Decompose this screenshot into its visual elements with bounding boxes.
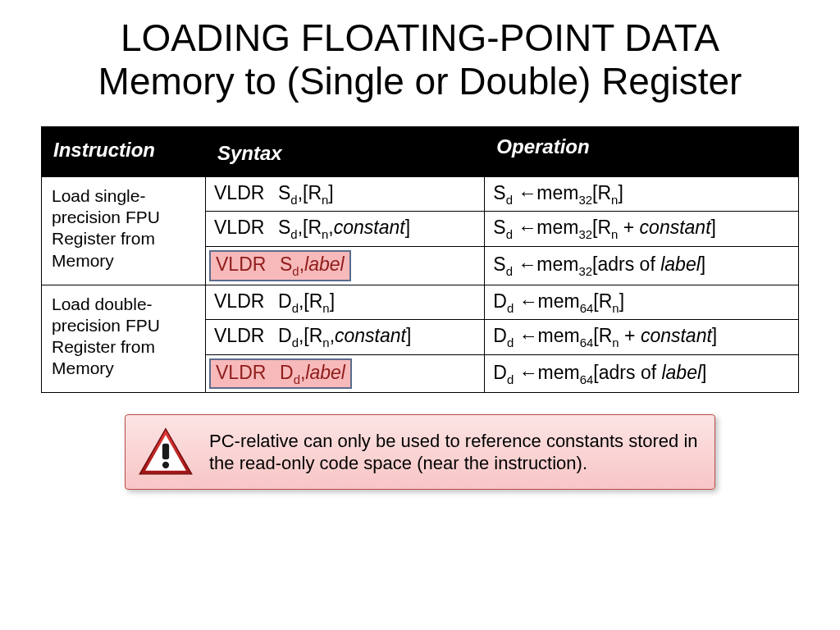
- warning-icon: [137, 427, 194, 477]
- svg-point-3: [162, 462, 169, 468]
- instruction-cell: Load single-precision FPU Register from …: [42, 176, 206, 285]
- svg-rect-2: [162, 444, 169, 459]
- syntax-cell: VLDRDd,label: [206, 354, 485, 393]
- operation-cell: Sd ←mem32[adrs of label]: [485, 246, 799, 285]
- operation-cell: Dd ←mem64[Rn]: [485, 285, 799, 320]
- table-row: Load double-precision FPU Register from …: [42, 285, 799, 320]
- warning-note: PC-relative can only be used to referenc…: [125, 414, 715, 490]
- instruction-cell: Load double-precision FPU Register from …: [42, 285, 206, 393]
- header-operation: Operation: [485, 126, 799, 176]
- operation-cell: Dd ←mem64[Rn + constant]: [485, 320, 799, 355]
- syntax-cell: VLDRDd,[Rn,constant]: [206, 320, 485, 355]
- table-row: Load single-precision FPU Register from …: [42, 176, 799, 212]
- title-line-2: Memory to (Single or Double) Register: [98, 60, 742, 103]
- operation-cell: Sd ←mem32[Rn + constant]: [485, 212, 799, 247]
- table-header-row: Instruction Syntax Operation: [42, 126, 799, 176]
- warning-text: PC-relative can only be used to referenc…: [209, 430, 700, 475]
- operation-cell: Sd ←mem32[Rn]: [485, 176, 799, 212]
- slide-title: LOADING FLOATING-POINT DATA Memory to (S…: [41, 16, 799, 103]
- syntax-cell: VLDRDd,[Rn]: [206, 285, 485, 320]
- operation-cell: Dd ←mem64[adrs of label]: [485, 354, 799, 393]
- header-instruction: Instruction: [42, 126, 206, 176]
- syntax-cell: VLDRSd,label: [206, 246, 485, 285]
- syntax-cell: VLDRSd,[Rn,constant]: [206, 212, 485, 247]
- instruction-table: Instruction Syntax Operation Load single…: [41, 126, 799, 394]
- header-syntax: Syntax: [206, 126, 485, 176]
- title-line-1: LOADING FLOATING-POINT DATA: [121, 16, 719, 59]
- syntax-cell: VLDRSd,[Rn]: [206, 176, 485, 212]
